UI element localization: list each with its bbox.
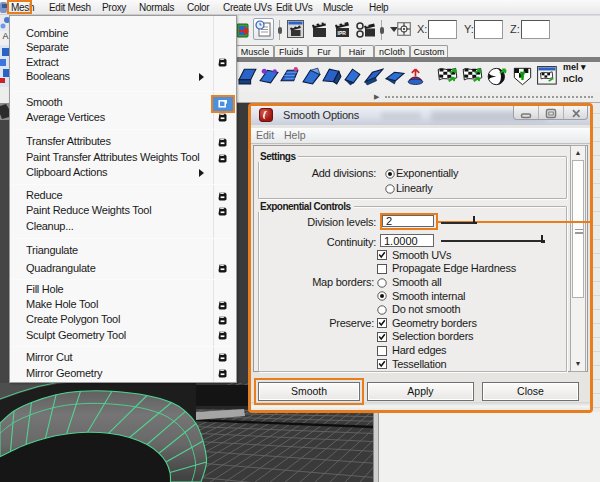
svg-text:IPR: IPR: [338, 30, 347, 36]
